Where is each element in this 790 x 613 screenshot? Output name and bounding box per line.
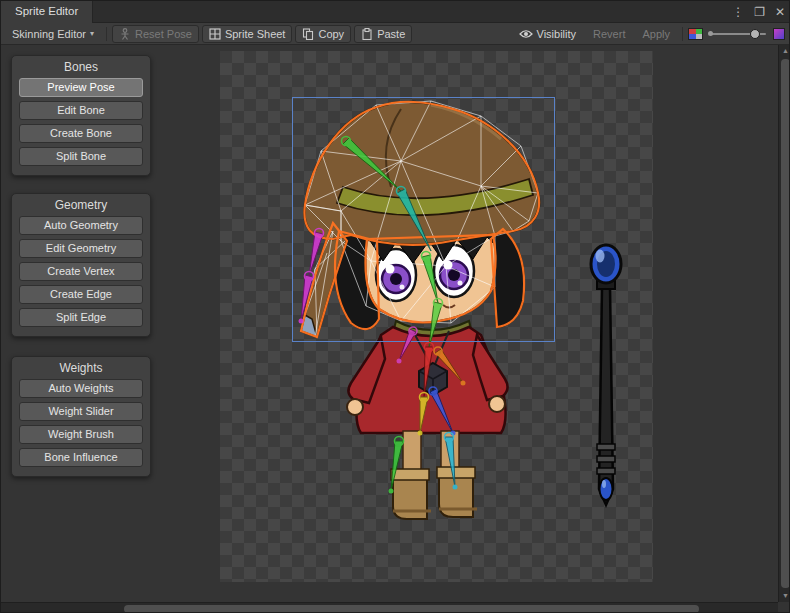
sprite-editor-window: Sprite Editor ⋮ ❐ ✕ Skinning Editor ▾ Re… <box>0 0 790 613</box>
create-vertex-button[interactable]: Create Vertex <box>19 262 143 281</box>
copy-icon <box>302 28 314 40</box>
color-channels-icon[interactable] <box>688 28 703 40</box>
bone-gizmo[interactable] <box>389 437 404 494</box>
weight-slider-button[interactable]: Weight Slider <box>19 402 143 421</box>
edit-geometry-button[interactable]: Edit Geometry <box>19 239 143 258</box>
auto-geometry-button[interactable]: Auto Geometry <box>19 216 143 235</box>
geometry-panel-title: Geometry <box>12 194 150 216</box>
sprite-sheet-label: Sprite Sheet <box>225 28 286 40</box>
horizontal-scrollbar[interactable] <box>1 602 778 613</box>
geometry-panel: Geometry Auto Geometry Edit Geometry Cre… <box>11 193 151 337</box>
copy-button[interactable]: Copy <box>295 25 351 43</box>
bones-panel: Bones Preview Pose Edit Bone Create Bone… <box>11 55 151 176</box>
vertical-scrollbar-thumb[interactable] <box>781 59 790 588</box>
toolbar-separator <box>106 27 107 41</box>
revert-label: Revert <box>593 28 625 40</box>
bone-gizmo[interactable] <box>397 187 432 252</box>
slider-knob[interactable] <box>750 29 760 39</box>
bone-gizmo[interactable] <box>299 229 324 324</box>
split-bone-button[interactable]: Split Bone <box>19 147 143 166</box>
bone-gizmo[interactable] <box>397 327 418 364</box>
bone-gizmo[interactable] <box>429 387 456 436</box>
bone-gizmo[interactable] <box>434 347 466 386</box>
window-tab[interactable]: Sprite Editor <box>1 1 93 23</box>
horizontal-scrollbar-thumb[interactable] <box>124 605 699 613</box>
slider-min-dot <box>708 31 713 36</box>
vertical-scrollbar[interactable]: ▲ ▼ <box>778 45 790 602</box>
mode-dropdown[interactable]: Skinning Editor ▾ <box>5 25 101 43</box>
weight-brush-button[interactable]: Weight Brush <box>19 425 143 444</box>
pose-icon <box>119 28 131 40</box>
scroll-up-arrow-icon[interactable]: ▲ <box>779 45 790 57</box>
close-icon[interactable]: ✕ <box>775 5 785 19</box>
split-edge-button[interactable]: Split Edge <box>19 308 143 327</box>
visibility-label: Visibility <box>537 28 577 40</box>
sprite-sheet-button[interactable]: Sprite Sheet <box>202 25 293 43</box>
bone-gizmo[interactable] <box>422 252 439 304</box>
apply-label: Apply <box>642 28 670 40</box>
maximize-icon[interactable]: ❐ <box>754 5 765 19</box>
paste-icon <box>361 28 373 40</box>
auto-weights-button[interactable]: Auto Weights <box>19 379 143 398</box>
zoom-slider[interactable] <box>710 25 766 43</box>
chevron-down-icon: ▾ <box>90 29 94 38</box>
weights-panel: Weights Auto Weights Weight Slider Weigh… <box>11 356 151 477</box>
toolbar-separator <box>682 27 683 41</box>
reset-pose-label: Reset Pose <box>135 28 192 40</box>
scroll-down-arrow-icon[interactable]: ▼ <box>779 590 790 602</box>
bone-gizmo[interactable] <box>445 433 458 490</box>
paste-label: Paste <box>377 28 405 40</box>
mipmap-icon[interactable] <box>773 28 785 40</box>
bone-gizmo[interactable] <box>342 137 402 192</box>
preview-pose-button[interactable]: Preview Pose <box>19 78 143 97</box>
create-edge-button[interactable]: Create Edge <box>19 285 143 304</box>
weights-panel-title: Weights <box>12 357 150 379</box>
window-menu-icon[interactable]: ⋮ <box>732 5 744 19</box>
bones-panel-title: Bones <box>12 56 150 78</box>
mode-dropdown-label: Skinning Editor <box>12 28 86 40</box>
canvas-viewport[interactable]: Bones Preview Pose Edit Bone Create Bone… <box>1 45 778 602</box>
bone-influence-button[interactable]: Bone Influence <box>19 448 143 467</box>
eye-icon <box>519 29 533 39</box>
revert-button[interactable]: Revert <box>586 25 632 43</box>
bone-gizmo[interactable] <box>429 299 443 348</box>
bone-gizmo[interactable] <box>418 393 429 436</box>
create-bone-button[interactable]: Create Bone <box>19 124 143 143</box>
paste-button[interactable]: Paste <box>354 25 412 43</box>
reset-pose-button[interactable]: Reset Pose <box>112 25 199 43</box>
toolbar: Skinning Editor ▾ Reset Pose Sprite Shee… <box>1 23 789 45</box>
apply-button[interactable]: Apply <box>635 25 677 43</box>
visibility-button[interactable]: Visibility <box>512 25 584 43</box>
edit-bone-button[interactable]: Edit Bone <box>19 101 143 120</box>
grid-icon <box>209 28 221 40</box>
scrollbar-corner <box>778 602 790 613</box>
titlebar: Sprite Editor ⋮ ❐ ✕ <box>1 1 789 23</box>
copy-label: Copy <box>318 28 344 40</box>
